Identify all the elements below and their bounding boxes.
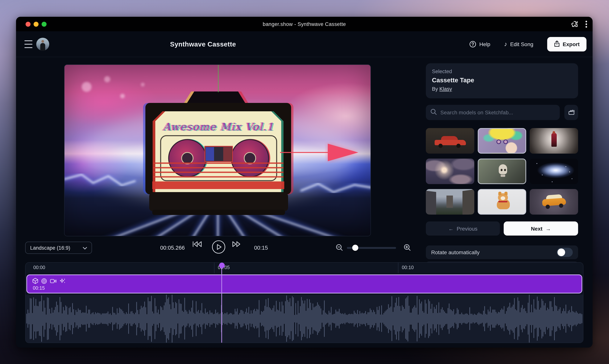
model-thumbnail-skull[interactable]: [478, 158, 526, 184]
model-thumbnail-galaxy[interactable]: [530, 158, 578, 184]
model-thumbnail-city[interactable]: [426, 189, 474, 215]
clapperboard-button[interactable]: [564, 105, 578, 120]
previous-button[interactable]: ← Previous: [426, 221, 500, 235]
extensions-puzzle-icon[interactable]: [571, 20, 579, 28]
model-thumbnail-storm-clouds[interactable]: [426, 158, 474, 184]
cube-3d-icon: [32, 278, 38, 284]
fast-forward-button[interactable]: [232, 241, 241, 249]
chevron-down-icon: [83, 245, 87, 251]
sparkles-icon: [59, 278, 66, 284]
cassette-label-text: Awesome Mix Vol.1: [163, 121, 274, 133]
video-preview-canvas[interactable]: Awesome Mix Vol.1 Awesome Mix Vol.1 Awes…: [64, 65, 371, 236]
rotate-automatically-label: Rotate automatically: [431, 249, 480, 255]
model-thumbnail-toy-car[interactable]: [530, 189, 578, 215]
clip-track: 00:15: [26, 273, 583, 295]
next-button[interactable]: Next →: [504, 221, 578, 235]
zoom-out-icon[interactable]: [336, 244, 343, 253]
toggle-knob: [557, 248, 565, 256]
playhead-handle[interactable]: [219, 263, 225, 268]
timeline-ruler[interactable]: 00:0000:0500:10: [26, 263, 583, 273]
selected-model-name: Cassette Tape: [432, 77, 572, 84]
model-thumbnail-warrior[interactable]: [530, 128, 578, 154]
model-thumbnail-shiba-dog[interactable]: [478, 189, 526, 215]
model-byline: By Klasy: [432, 86, 572, 92]
rewind-button[interactable]: [192, 241, 202, 249]
timeline-panel: 00:0000:0500:10: [25, 262, 583, 343]
sky-bokeh: [82, 76, 145, 98]
playback-controls: Landscape (16:9) 00:05.266: [16, 236, 390, 261]
playhead-line: [221, 267, 222, 343]
edit-song-button[interactable]: ♪ Edit Song: [504, 41, 533, 47]
zoom-slider-knob[interactable]: [352, 245, 358, 251]
export-button[interactable]: Export: [547, 37, 586, 52]
model-thumbnail-anime-girl[interactable]: [478, 128, 526, 154]
desktop-wallpaper: banger.show - Synthwave Cassette: [0, 0, 609, 364]
help-button[interactable]: Help: [469, 41, 490, 48]
zoom-in-icon[interactable]: [404, 244, 411, 253]
browser-menu-kebab-icon[interactable]: [585, 20, 587, 28]
window-title: banger.show - Synthwave Cassette: [16, 21, 593, 27]
video-camera-icon: [50, 278, 56, 283]
model-thumbnail-grid: [426, 128, 578, 215]
arrow-right-icon: →: [545, 225, 551, 232]
app-window: banger.show - Synthwave Cassette: [16, 17, 593, 348]
rotate-automatically-row: Rotate automatically: [426, 246, 578, 259]
video-clip[interactable]: 00:15: [26, 274, 582, 294]
cassette-tape: Awesome Mix Vol.1 Awesome Mix Vol.1 Awes…: [143, 103, 293, 215]
author-link[interactable]: Klasy: [439, 86, 452, 92]
rotate-automatically-toggle[interactable]: [557, 248, 573, 257]
model-search-box[interactable]: [426, 105, 560, 120]
close-window-button[interactable]: [26, 22, 30, 26]
aspect-ratio-dropdown[interactable]: Landscape (16:9): [25, 242, 92, 254]
window-titlebar: banger.show - Synthwave Cassette: [16, 17, 593, 31]
model-thumbnail-sports-car[interactable]: [426, 128, 474, 154]
clapperboard-icon: [567, 108, 575, 117]
search-icon: [430, 108, 437, 117]
selected-model-card: Selected Cassette Tape By Klasy: [426, 63, 578, 98]
selected-heading: Selected: [432, 69, 572, 74]
current-time: 00:05.266: [152, 242, 194, 254]
app-header: Synthwave Cassette Help ♪ Edit Song: [16, 31, 593, 57]
page-title: Synthwave Cassette: [16, 31, 390, 57]
maximize-window-button[interactable]: [42, 22, 47, 26]
arrow-left-icon: ←: [448, 225, 454, 232]
search-input[interactable]: [440, 109, 555, 116]
share-export-icon: [554, 40, 560, 48]
total-duration: 00:15: [249, 242, 272, 254]
timeline-zoom-slider[interactable]: [347, 247, 396, 249]
clip-duration-label: 00:15: [33, 286, 45, 291]
audio-waveform: [26, 295, 583, 343]
minimize-window-button[interactable]: [34, 22, 39, 26]
play-button[interactable]: [212, 240, 225, 254]
music-note-icon: ♪: [504, 41, 507, 47]
spiral-icon: [41, 278, 47, 284]
help-question-icon: [469, 41, 476, 48]
